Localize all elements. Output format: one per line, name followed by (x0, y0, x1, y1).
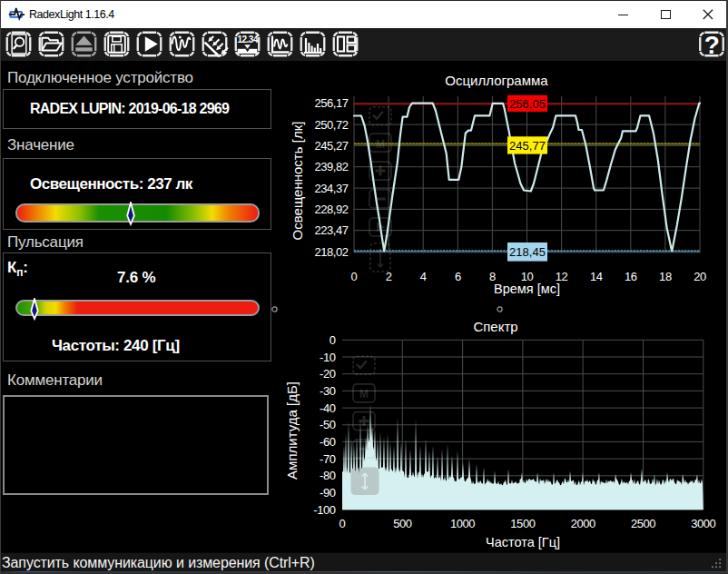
svg-text:?: ? (704, 31, 720, 59)
svg-text:12.34: 12.34 (237, 35, 258, 45)
